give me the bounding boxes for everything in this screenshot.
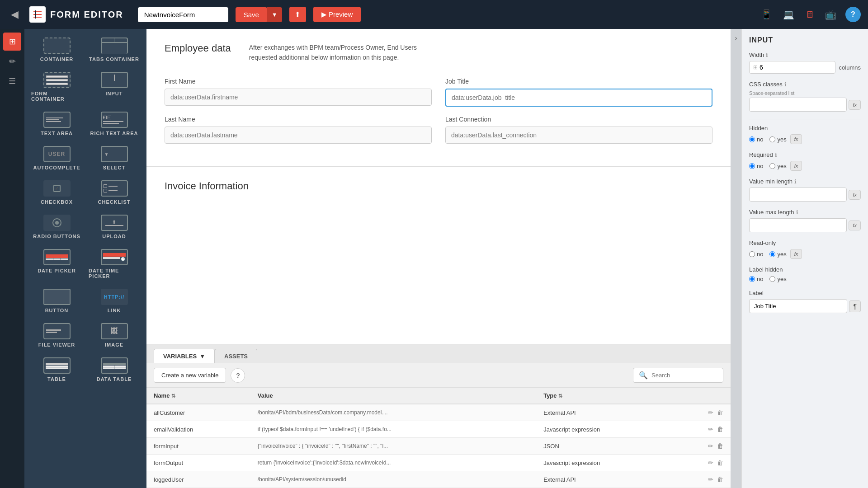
- mobile-icon[interactable]: 📱: [759, 7, 774, 22]
- sidebar-item-image[interactable]: 🖼 IMAGE: [85, 318, 143, 352]
- tablet-icon[interactable]: 💻: [781, 7, 796, 22]
- input-job-title[interactable]: [445, 89, 712, 107]
- tab-assets[interactable]: ASSETS: [215, 349, 257, 363]
- col-value: Value: [250, 388, 536, 404]
- css-fx-button[interactable]: fx: [849, 100, 861, 110]
- delete-icon[interactable]: 🗑: [717, 442, 723, 450]
- required-info-icon[interactable]: ℹ: [775, 152, 777, 158]
- variable-search[interactable]: 🔍: [633, 368, 723, 383]
- input-first-name[interactable]: [165, 89, 432, 106]
- hidden-fx-button[interactable]: fx: [790, 134, 802, 144]
- save-button[interactable]: Save: [236, 7, 267, 22]
- width-input[interactable]: [760, 64, 778, 71]
- sidebar-item-radio-buttons[interactable]: RADIO BUTTONS: [28, 210, 85, 244]
- sidebar-item-file-viewer[interactable]: FILE VIEWER: [28, 318, 85, 352]
- app-title: FORM EDITOR: [50, 9, 123, 20]
- label-hidden-radio-group: no yes: [749, 276, 787, 282]
- sidebar-item-select[interactable]: ▼ SELECT: [85, 141, 143, 175]
- input-last-connection[interactable]: [445, 127, 712, 144]
- sidebar-item-autocomplete[interactable]: user AUTOCOMPLETE: [28, 141, 85, 175]
- sidebar-item-table[interactable]: TABLE: [28, 352, 85, 387]
- edit-icon[interactable]: ✏: [708, 426, 713, 433]
- width-section: Width ℹ ⊞ columns: [749, 52, 861, 74]
- link-icon: http://: [101, 289, 128, 305]
- field-first-name: First Name: [165, 78, 432, 107]
- name-sort-icon[interactable]: ⇅: [171, 393, 175, 399]
- help-button[interactable]: ?: [845, 7, 861, 22]
- sidebar-item-form-container[interactable]: FORM CONTAINER: [28, 67, 85, 107]
- label-hidden-no-option[interactable]: no: [749, 276, 763, 282]
- readonly-fx-button[interactable]: fx: [790, 249, 802, 259]
- delete-icon[interactable]: 🗑: [717, 409, 723, 416]
- variables-help-button[interactable]: ?: [231, 368, 245, 383]
- sidebar-item-checklist[interactable]: CHECKLIST: [85, 175, 143, 210]
- input-last-name[interactable]: [165, 127, 432, 144]
- hidden-no-option[interactable]: no: [749, 136, 763, 143]
- sidebar-item-container[interactable]: CONTAINER: [28, 33, 85, 67]
- value-min-info-icon[interactable]: ℹ: [794, 178, 797, 185]
- edit-panel-btn[interactable]: ✏: [3, 52, 21, 70]
- sidebar-item-rich-text-area[interactable]: B I RICH TEXT AREA: [85, 107, 143, 141]
- form-name-input[interactable]: [138, 7, 228, 22]
- value-min-fx-button[interactable]: fx: [849, 190, 861, 200]
- search-input[interactable]: [651, 372, 717, 379]
- delete-icon[interactable]: 🗑: [717, 426, 723, 433]
- readonly-yes-option[interactable]: yes: [769, 251, 786, 258]
- col-name: Name ⇅: [146, 388, 250, 404]
- sidebar-item-data-table[interactable]: DATA TABLE: [85, 352, 143, 387]
- tab-variables[interactable]: VARIABLES ▼: [154, 349, 215, 363]
- width-info-icon[interactable]: ℹ: [766, 52, 768, 58]
- cell-value: if (typeof $data.formInput !== 'undefine…: [250, 421, 536, 438]
- sidebar-item-date-picker[interactable]: DATE PICKER: [28, 244, 85, 284]
- sidebar-item-text-area[interactable]: TEXT AREA: [28, 107, 85, 141]
- value-max-info-icon[interactable]: ℹ: [796, 209, 798, 216]
- edit-icon[interactable]: ✏: [708, 442, 713, 450]
- cell-actions: ✏ 🗑: [673, 421, 731, 438]
- css-info-icon[interactable]: ℹ: [784, 81, 787, 88]
- cell-actions: ✏ 🗑: [673, 471, 731, 488]
- layers-panel-btn[interactable]: ☰: [3, 72, 21, 90]
- label-input[interactable]: [749, 299, 847, 313]
- cell-name: loggedUser: [146, 471, 250, 488]
- sidebar-item-checkbox[interactable]: ✓ CHECKBOX: [28, 175, 85, 210]
- section-title-invoice: Invoice Information: [165, 180, 712, 192]
- preview-button[interactable]: ▶ Preview: [313, 7, 361, 22]
- delete-icon[interactable]: 🗑: [717, 476, 723, 483]
- panel-toggle[interactable]: ›: [731, 29, 741, 488]
- sidebar-item-button[interactable]: BUTTON: [28, 284, 85, 318]
- required-fx-button[interactable]: fx: [790, 161, 802, 171]
- create-variable-button[interactable]: Create a new variable: [154, 368, 226, 383]
- required-no-option[interactable]: no: [749, 163, 763, 169]
- delete-icon[interactable]: 🗑: [717, 459, 723, 466]
- edit-icon[interactable]: ✏: [708, 476, 713, 483]
- table-icon: [43, 357, 71, 374]
- sidebar-item-upload[interactable]: ⬆ UPLOAD: [85, 210, 143, 244]
- label-job-title: Job Title: [445, 78, 712, 85]
- edit-icon[interactable]: ✏: [708, 409, 713, 416]
- sidebar-item-input[interactable]: INPUT: [85, 67, 143, 107]
- value-max-input[interactable]: [749, 218, 847, 232]
- label-hidden-yes-option[interactable]: yes: [769, 276, 786, 282]
- device-icons: 📱 💻 🖥 📺 ?: [759, 7, 861, 22]
- value-max-fx-button[interactable]: fx: [849, 221, 861, 230]
- sidebar-item-link[interactable]: http:// LINK: [85, 284, 143, 318]
- sidebar-item-date-time-picker[interactable]: 🕐 DATE TIME PICKER: [85, 244, 143, 284]
- css-classes-input[interactable]: [749, 98, 847, 112]
- desktop-icon[interactable]: 🖥: [803, 8, 816, 22]
- left-accent-bar: ⊞ ✏ ☰: [0, 29, 24, 488]
- tv-icon[interactable]: 📺: [823, 7, 838, 22]
- required-yes-option[interactable]: yes: [769, 163, 786, 169]
- label-first-name: First Name: [165, 78, 432, 85]
- widgets-panel-btn[interactable]: ⊞: [3, 33, 21, 51]
- form-row-2: Last Name Last Connection: [165, 116, 712, 144]
- label-para-button[interactable]: ¶: [849, 300, 861, 312]
- sidebar-item-tabs-container[interactable]: TABS CONTAINER: [85, 33, 143, 67]
- back-button[interactable]: ◀: [7, 7, 22, 22]
- hidden-yes-option[interactable]: yes: [769, 136, 786, 143]
- export-button[interactable]: ⬆: [289, 7, 306, 22]
- value-min-input[interactable]: [749, 188, 847, 202]
- save-dropdown-button[interactable]: ▼: [267, 7, 282, 22]
- readonly-no-option[interactable]: no: [749, 251, 763, 258]
- type-sort-icon[interactable]: ⇅: [558, 393, 562, 399]
- edit-icon[interactable]: ✏: [708, 459, 713, 466]
